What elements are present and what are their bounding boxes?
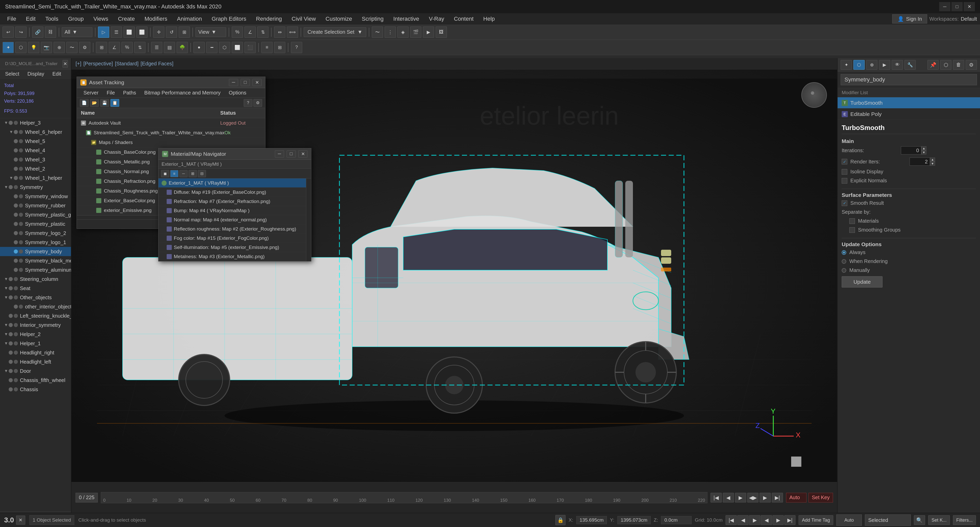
menu-content[interactable]: Content — [450, 14, 477, 23]
scene-item-wheel-6-helper[interactable]: ▼Wheel_6_helper — [0, 127, 71, 137]
mat-item-2[interactable]: Refraction: Map #7 (Exterior_Refraction.… — [159, 197, 306, 206]
render-visibility-icon[interactable] — [14, 350, 18, 355]
scene-item-symmetry-plastic-gloss[interactable]: Symmetry_plastic_gloss — [0, 210, 71, 219]
visibility-icon[interactable] — [9, 369, 13, 373]
help-button[interactable]: ? — [291, 42, 302, 53]
create-selection-set[interactable]: Create Selection Set ▼ — [304, 27, 366, 37]
at-menu-paths[interactable]: Paths — [119, 89, 140, 97]
shapes-tab[interactable]: ⬡ — [15, 42, 27, 53]
smooth-result-checkbox[interactable] — [842, 201, 847, 206]
align-button[interactable]: ⟺ — [287, 27, 298, 38]
set-key-mode[interactable]: Set Key — [808, 493, 833, 503]
mirror-button[interactable]: ⇔ — [274, 27, 285, 38]
at-track-btn[interactable]: 📋 — [110, 99, 119, 107]
render-visibility-icon[interactable] — [19, 139, 23, 143]
scene-item-other-interior-objects[interactable]: other_interior_objects — [0, 302, 71, 311]
render-frame-button[interactable]: 🖼 — [436, 27, 447, 38]
select-object-button[interactable]: ▷ — [98, 27, 109, 38]
visibility-icon[interactable] — [14, 167, 18, 171]
snap-toggle-button[interactable]: ⊞ — [96, 42, 107, 53]
time-slider[interactable]: 0 10 20 30 40 50 60 70 80 90 100 110 120… — [101, 492, 708, 503]
at-new-btn[interactable]: 📄 — [80, 99, 89, 107]
curve-editor-button[interactable]: 〜 — [372, 27, 383, 38]
render-visibility-icon[interactable] — [19, 259, 23, 263]
maximize-button[interactable]: □ — [951, 2, 963, 11]
select-by-name-button[interactable]: ☰ — [111, 27, 122, 38]
iterations-up[interactable]: ▲ — [921, 146, 926, 150]
menu-help[interactable]: Help — [479, 14, 499, 23]
menu-scripting[interactable]: Scripting — [358, 14, 388, 23]
at-open-btn[interactable]: 📂 — [90, 99, 99, 107]
scene-item-symmetry-aluminum[interactable]: Symmetry_aluminum — [0, 265, 71, 274]
visibility-icon[interactable] — [14, 259, 18, 263]
materials-checkbox[interactable] — [850, 218, 855, 224]
visibility-icon[interactable] — [9, 286, 13, 290]
isoline-checkbox[interactable] — [842, 169, 847, 175]
prev-frame-nav[interactable]: ◀ — [737, 515, 749, 525]
manually-radio[interactable] — [842, 268, 846, 273]
redo-button[interactable]: ↪ — [15, 27, 27, 38]
render-visibility-icon[interactable] — [19, 194, 23, 198]
scene-item-seat[interactable]: ▼Seat — [0, 284, 71, 293]
mat-item-3[interactable]: Bump: Map #4 ( VRayNormalMap ) — [159, 206, 306, 215]
panel-edit-menu[interactable]: Edit — [50, 70, 63, 78]
always-radio[interactable] — [842, 250, 846, 255]
scene-item-symmetry[interactable]: ▼Symmetry — [0, 183, 71, 192]
menu-file[interactable]: File — [3, 14, 20, 23]
asset-tracking-close[interactable]: ✕ — [252, 79, 262, 86]
ribbon-toggle[interactable]: ≡ — [261, 42, 272, 53]
scene-item-headlight-left[interactable]: Headlight_left — [0, 357, 71, 366]
mat-flat-view[interactable]: ─ — [180, 170, 188, 177]
cameras-tab[interactable]: 📷 — [41, 42, 52, 53]
turbsmooth-modifier[interactable]: T TurboSmooth — [838, 97, 980, 108]
visibility-icon[interactable] — [9, 185, 13, 189]
at-item-1[interactable]: 📄Streamlined_Semi_Truck_with_Trailer_Whi… — [77, 128, 265, 138]
x-coord-value[interactable]: 135.695cm — [576, 516, 607, 524]
pin-stack-button[interactable]: 📌 — [928, 60, 939, 70]
render-visibility-icon[interactable] — [19, 167, 23, 171]
visibility-icon[interactable] — [14, 158, 18, 162]
mat-item-0[interactable]: Exterior_1_MAT ( VRayMtl ) — [159, 178, 306, 188]
render-visibility-icon[interactable] — [14, 277, 18, 281]
render-visibility-icon[interactable] — [14, 295, 18, 299]
mat-select-all[interactable]: ◼ — [161, 170, 169, 177]
viewport-plus-label[interactable]: [+] — [76, 61, 81, 67]
hierarchy-tab[interactable]: ⊕ — [866, 60, 877, 70]
helpers-tab[interactable]: ⊕ — [54, 42, 65, 53]
move-button[interactable]: ✛ — [153, 27, 164, 38]
scene-item-helper-1[interactable]: ▼Helper_1 — [0, 339, 71, 348]
mat-scrollbar[interactable] — [306, 178, 311, 261]
visibility-icon[interactable] — [9, 314, 13, 318]
render-iters-down[interactable]: ▼ — [930, 162, 935, 166]
visibility-icon[interactable] — [9, 378, 13, 382]
z-coord-value[interactable]: 0.0cm — [661, 516, 692, 524]
iterations-input[interactable] — [901, 146, 921, 154]
angle-snap-toggle[interactable]: ∠ — [109, 42, 120, 53]
menu-views[interactable]: Views — [89, 14, 112, 23]
schematic-view-button[interactable]: ⋮ — [385, 27, 396, 38]
scene-item-wheel-5[interactable]: Wheel_5 — [0, 137, 71, 146]
percent-snap-toggle[interactable]: % — [121, 42, 133, 53]
render-visibility-icon[interactable] — [19, 222, 23, 226]
render-visibility-icon[interactable] — [19, 240, 23, 244]
iterations-spinner[interactable]: ▲ ▼ — [901, 146, 926, 154]
update-button[interactable]: Update — [842, 276, 883, 288]
go-to-end-nav[interactable]: ▶| — [784, 515, 795, 525]
render-visibility-icon[interactable] — [14, 341, 18, 345]
spinner-snap-toggle[interactable]: ⇅ — [134, 42, 145, 53]
render-iters-spinner[interactable]: ▲ ▼ — [910, 158, 935, 166]
scene-item-left-steering-knuckle-det[interactable]: Left_steering_knuckle_det — [0, 311, 71, 320]
menu-edit[interactable]: Edit — [22, 14, 40, 23]
at-settings-btn[interactable]: ⚙ — [253, 99, 262, 107]
goto-start-button[interactable]: |◀ — [711, 493, 722, 503]
undo-button[interactable]: ↩ — [3, 27, 14, 38]
visibility-icon[interactable] — [9, 277, 13, 281]
auto-key-toggle[interactable]: Auto — [786, 493, 807, 503]
window-crossing-button[interactable]: ⬜ — [136, 27, 148, 38]
scene-item-chassis[interactable]: Chassis — [0, 385, 71, 394]
remove-modifier-button[interactable]: 🗑 — [953, 60, 964, 70]
visibility-icon[interactable] — [14, 231, 18, 235]
scene-explorer-button[interactable]: 🌳 — [177, 42, 188, 53]
sub-object-element[interactable]: ⬛ — [245, 42, 256, 53]
scene-item-wheel-3[interactable]: Wheel_3 — [0, 155, 71, 164]
